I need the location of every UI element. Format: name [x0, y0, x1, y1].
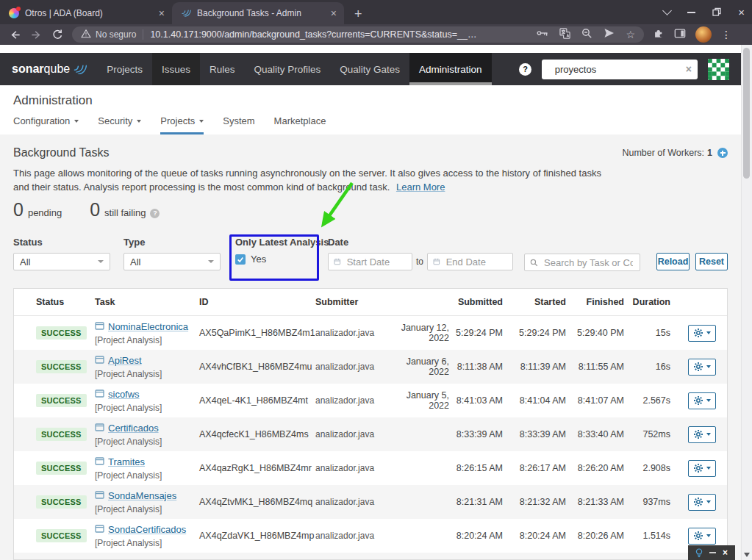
browser-tab-ada[interactable]: Otros | ADA (Board) × [0, 2, 172, 24]
scrollbar-down-arrow[interactable] [744, 553, 750, 557]
browser-menu-kebab-icon[interactable]: ⋮ [721, 29, 731, 40]
security-chip[interactable]: No seguro [96, 29, 136, 40]
submitted-time: 8:26:15 AM [452, 463, 506, 473]
task-search-input[interactable] [542, 256, 634, 269]
edit-workers-icon[interactable] [717, 148, 728, 158]
task-link[interactable]: Tramites [108, 456, 145, 467]
latest-analysis-filter: Only Latest Analysis Yes [235, 237, 329, 265]
task-actions-button[interactable] [688, 494, 716, 511]
page-scrollbar[interactable] [741, 45, 752, 560]
global-search-input[interactable] [554, 63, 686, 76]
bookmark-star-icon[interactable]: ☆ [626, 29, 635, 40]
description-line-1: This page allows monitoring of the queue… [13, 167, 601, 181]
admin-tab-configuration[interactable]: Configuration [13, 115, 79, 134]
forward-button[interactable] [30, 29, 43, 41]
workers-indicator: Number of Workers: 1 [622, 148, 728, 158]
action-cell [673, 325, 716, 342]
end-date-field[interactable] [445, 256, 507, 268]
widget-close-button[interactable]: × [723, 548, 728, 557]
tab-close-icon[interactable]: × [331, 8, 337, 18]
reload-button[interactable] [51, 29, 63, 40]
task-actions-button[interactable] [688, 392, 716, 409]
task-link[interactable]: SondaCertificados [108, 524, 186, 535]
window-close-button[interactable]: × [738, 7, 745, 18]
reload-button[interactable]: Reload [656, 253, 690, 270]
admin-tab-security[interactable]: Security [98, 115, 141, 134]
task-link[interactable]: SondaMensajes [108, 490, 176, 501]
table-row: SUCCESS Certificados [Project Analysis] … [14, 417, 727, 451]
nav-item-projects[interactable]: Projects [97, 53, 152, 85]
send-icon[interactable] [604, 28, 615, 41]
start-date-input[interactable] [328, 253, 412, 270]
task-search-box[interactable] [524, 254, 640, 271]
address-bar[interactable]: No seguro 10.1.40.171:9000/admin/backgro… [72, 26, 644, 43]
sonarqube-wave-icon [72, 61, 87, 77]
user-avatar-identicon[interactable] [708, 59, 729, 80]
translate-icon[interactable] [559, 28, 570, 42]
global-search-box[interactable]: × [542, 60, 698, 79]
end-date-input[interactable] [427, 253, 513, 270]
started-time: 8:20:24 AM [506, 531, 569, 541]
latest-analysis-checkbox[interactable] [235, 254, 246, 265]
submitted-time: 8:41:03 AM [452, 395, 506, 406]
window-minimize-button[interactable] [687, 12, 695, 13]
task-actions-button[interactable] [688, 426, 716, 443]
reset-button[interactable]: Reset [695, 253, 728, 270]
still-failing-help-icon[interactable]: ? [150, 209, 160, 218]
type-filter-select[interactable]: All [123, 253, 221, 270]
browser-profile-avatar[interactable] [695, 26, 712, 43]
task-actions-button[interactable] [688, 359, 716, 376]
tab-search-chevron-icon[interactable] [662, 6, 672, 15]
key-icon[interactable] [537, 28, 548, 41]
new-tab-button[interactable]: + [354, 7, 362, 21]
gear-icon [693, 497, 703, 507]
sonarqube-logo[interactable]: sonarqube [12, 61, 87, 77]
chevron-down-icon [706, 365, 711, 368]
action-cell [673, 359, 716, 376]
task-actions-button[interactable] [688, 325, 716, 342]
still-failing-label: still failing [104, 207, 146, 218]
widget-minimize-button[interactable] [709, 552, 716, 553]
start-date-field[interactable] [345, 256, 407, 268]
page-description: This page allows monitoring of the queue… [13, 167, 601, 194]
toolbar-right: ⋮ [653, 26, 731, 43]
admin-tabs: Configuration Security Projects System M… [13, 115, 326, 134]
side-panel-icon[interactable] [674, 28, 686, 42]
screenshot-tool-widget: × [688, 545, 735, 560]
search-clear-icon[interactable]: × [686, 64, 692, 74]
admin-tab-marketplace[interactable]: Marketplace [274, 115, 326, 134]
finished-time: 5:29:40 PM [569, 328, 627, 338]
task-link[interactable]: ApiRest [108, 355, 142, 366]
status-cell: SUCCESS [36, 462, 95, 475]
task-actions-button[interactable] [688, 528, 716, 545]
help-icon[interactable]: ? [519, 63, 531, 76]
url-text[interactable]: 10.1.40.171:9000/admin/background_tasks?… [150, 29, 529, 40]
lightbulb-icon[interactable] [695, 548, 703, 558]
status-filter-select[interactable]: All [13, 253, 110, 270]
browser-tab-background-tasks[interactable]: Background Tasks - Admin × [172, 2, 344, 24]
tab-close-icon[interactable]: × [159, 8, 165, 18]
extensions-puzzle-icon[interactable] [653, 27, 665, 42]
admin-tab-system[interactable]: System [223, 115, 254, 134]
duration-value: 752ms [627, 429, 673, 439]
scrollbar-thumb[interactable] [743, 48, 750, 179]
header-submitted: Submitted [384, 297, 506, 307]
task-actions-button[interactable] [688, 460, 716, 477]
task-link[interactable]: NominaElectronica [108, 321, 188, 332]
omnibox-icons: ☆ [537, 28, 635, 42]
task-link[interactable]: Certificados [108, 423, 159, 434]
logo-text-bold: sonar [12, 62, 44, 76]
nav-item-rules[interactable]: Rules [200, 53, 245, 85]
zoom-icon[interactable] [581, 28, 592, 42]
admin-tab-projects[interactable]: Projects [160, 115, 204, 134]
learn-more-link[interactable]: Learn More [396, 182, 445, 193]
nav-item-quality-gates[interactable]: Quality Gates [330, 53, 409, 85]
window-restore-button[interactable] [712, 6, 721, 19]
nav-item-administration[interactable]: Administration [409, 53, 492, 85]
project-icon [95, 524, 104, 536]
back-button[interactable] [9, 29, 21, 41]
task-link[interactable]: sicofws [108, 389, 140, 400]
nav-item-quality-profiles[interactable]: Quality Profiles [245, 53, 331, 85]
task-type: [Project Analysis] [95, 437, 196, 447]
nav-item-issues[interactable]: Issues [152, 53, 200, 85]
